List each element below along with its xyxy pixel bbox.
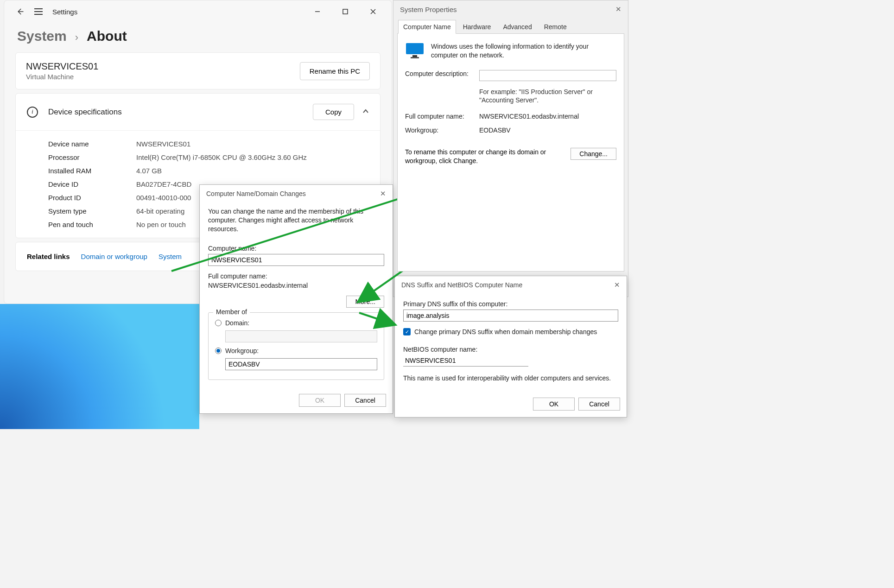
ok-button[interactable]: OK xyxy=(299,394,341,407)
close-button[interactable]: ✕ xyxy=(615,5,621,13)
svg-rect-1 xyxy=(406,43,424,54)
cndc-button-row: OK Cancel xyxy=(200,389,393,413)
copy-button[interactable]: Copy xyxy=(313,104,354,120)
cancel-button[interactable]: Cancel xyxy=(578,398,620,411)
full-computer-name-label: Full computer name: xyxy=(405,113,479,120)
info-icon: i xyxy=(27,107,38,118)
breadcrumb-about: About xyxy=(87,28,127,44)
sysprop-intro-text: Windows uses the following information t… xyxy=(431,42,616,60)
rename-help-text: To rename this computer or change its do… xyxy=(405,148,565,165)
ok-button[interactable]: OK xyxy=(533,398,575,411)
spec-value: Intel(R) Core(TM) i7-6850K CPU @ 3.60GHz… xyxy=(136,153,307,161)
tab-advanced[interactable]: Advanced xyxy=(498,20,537,34)
netbios-name-input xyxy=(403,355,528,367)
full-computer-name-value: NWSERVICES01.eodasbv.internal xyxy=(479,113,579,120)
spec-label: Product ID xyxy=(48,194,136,202)
primary-dns-suffix-label: Primary DNS suffix of this computer: xyxy=(403,300,618,308)
workgroup-label: Workgroup: xyxy=(405,126,479,134)
svg-rect-0 xyxy=(343,9,348,14)
sysprop-titlebar: System Properties ✕ xyxy=(393,0,628,18)
system-properties-window: System Properties ✕ Computer Name Hardwa… xyxy=(393,0,628,297)
spec-value: 4.07 GB xyxy=(136,167,162,175)
hamburger-icon[interactable] xyxy=(34,7,43,16)
cancel-button[interactable]: Cancel xyxy=(344,394,386,407)
full-computer-name-value: NWSERVICES01.eodasbv.internal xyxy=(208,282,384,289)
link-system[interactable]: System xyxy=(159,253,182,260)
netbios-note: This name is used for interoperability w… xyxy=(403,374,618,383)
spec-value: BA027DE7-4CBD xyxy=(136,180,191,188)
domain-input xyxy=(225,330,377,342)
computer-description-label: Computer description: xyxy=(405,70,479,77)
computer-name-label: Computer name: xyxy=(208,245,384,252)
device-spec-title: Device specifications xyxy=(48,107,313,117)
workgroup-radio-row[interactable]: Workgroup: xyxy=(215,347,377,354)
spec-value: 00491-40010-000 xyxy=(136,194,191,202)
tab-hardware[interactable]: Hardware xyxy=(458,20,496,34)
computer-description-example: For example: "IIS Production Server" or … xyxy=(479,88,616,104)
spec-value: 64-bit operating xyxy=(136,207,184,215)
maximize-button[interactable] xyxy=(336,5,355,19)
sysprop-title: System Properties xyxy=(400,6,457,13)
computer-name-domain-changes-dialog: Computer Name/Domain Changes ✕ You can c… xyxy=(199,184,393,414)
window-title: Settings xyxy=(52,8,77,16)
member-of-legend: Member of xyxy=(213,308,250,316)
dns-titlebar: DNS Suffix and NetBIOS Computer Name ✕ xyxy=(395,276,627,294)
monitor-icon xyxy=(405,42,425,61)
member-of-group: Member of Domain: Workgroup: xyxy=(208,312,384,380)
tab-remote[interactable]: Remote xyxy=(539,20,572,34)
radio-icon[interactable] xyxy=(215,348,222,354)
workgroup-input[interactable] xyxy=(225,358,377,370)
close-button[interactable]: ✕ xyxy=(380,190,386,198)
radio-icon[interactable] xyxy=(215,320,222,326)
related-links-title: Related links xyxy=(27,253,70,260)
spec-value: No pen or touch xyxy=(136,221,186,228)
breadcrumb: System › About xyxy=(4,23,392,52)
close-button[interactable] xyxy=(364,5,382,19)
sysprop-tabs: Computer Name Hardware Advanced Remote xyxy=(393,18,628,34)
svg-rect-2 xyxy=(412,55,417,57)
domain-radio-label: Domain: xyxy=(225,319,249,327)
spec-label: Installed RAM xyxy=(48,167,136,175)
spec-value: NWSERVICES01 xyxy=(136,140,190,148)
spec-label: Device ID xyxy=(48,180,136,188)
change-suffix-checkbox-label: Change primary DNS suffix when domain me… xyxy=(414,328,597,335)
desktop-background xyxy=(0,304,199,429)
computer-name-input[interactable] xyxy=(208,254,384,266)
chevron-up-icon[interactable] xyxy=(362,108,369,116)
cndc-title: Computer Name/Domain Changes xyxy=(206,190,306,197)
full-computer-name-label: Full computer name: xyxy=(208,272,384,280)
settings-titlebar: Settings xyxy=(4,0,392,23)
dns-suffix-dialog: DNS Suffix and NetBIOS Computer Name ✕ P… xyxy=(394,276,627,417)
link-domain-or-workgroup[interactable]: Domain or workgroup xyxy=(81,253,147,260)
netbios-name-label: NetBIOS computer name: xyxy=(403,346,618,353)
cndc-titlebar: Computer Name/Domain Changes ✕ xyxy=(200,185,393,202)
domain-radio-row[interactable]: Domain: xyxy=(215,319,377,327)
primary-dns-suffix-input[interactable] xyxy=(403,310,618,322)
back-icon[interactable] xyxy=(15,7,25,16)
workgroup-value: EODASBV xyxy=(479,126,511,134)
workgroup-radio-label: Workgroup: xyxy=(225,347,259,354)
tab-computer-name[interactable]: Computer Name xyxy=(398,20,456,34)
chevron-right-icon: › xyxy=(75,32,78,44)
spec-label: Device name xyxy=(48,140,136,148)
minimize-button[interactable] xyxy=(308,5,327,19)
dns-title: DNS Suffix and NetBIOS Computer Name xyxy=(401,281,522,289)
cndc-description: You can change the name and the membersh… xyxy=(208,207,384,234)
change-suffix-checkbox-row[interactable]: ✓ Change primary DNS suffix when domain … xyxy=(403,328,618,335)
rename-pc-button[interactable]: Rename this PC xyxy=(300,62,370,80)
checkbox-checked-icon[interactable]: ✓ xyxy=(403,328,411,335)
more-button[interactable]: More... xyxy=(346,296,384,308)
sysprop-body: Windows uses the following information t… xyxy=(397,33,624,272)
computer-description-input[interactable] xyxy=(479,70,616,81)
pc-type: Virtual Machine xyxy=(26,73,98,81)
spec-label: Processor xyxy=(48,153,136,161)
dns-button-row: OK Cancel xyxy=(395,393,627,417)
pc-identity-card: NWSERVICES01 Virtual Machine Rename this… xyxy=(15,52,380,89)
svg-rect-3 xyxy=(411,57,419,58)
device-spec-header[interactable]: i Device specifications Copy xyxy=(16,94,380,131)
close-button[interactable]: ✕ xyxy=(614,281,620,289)
spec-label: System type xyxy=(48,207,136,215)
breadcrumb-system[interactable]: System xyxy=(17,28,67,44)
pc-name: NWSERVICES01 xyxy=(26,61,98,72)
change-button[interactable]: Change... xyxy=(571,148,616,160)
